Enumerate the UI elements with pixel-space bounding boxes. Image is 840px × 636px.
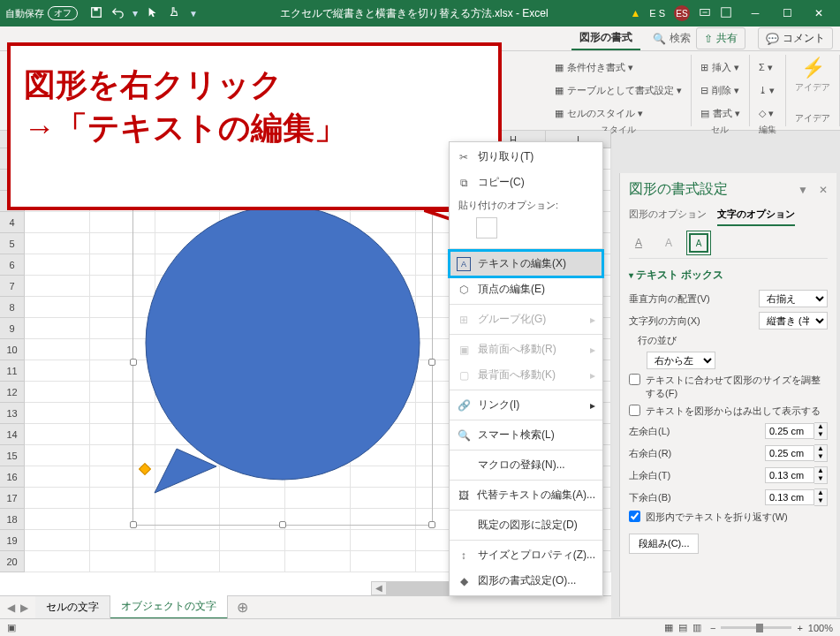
row-header[interactable]: 19 xyxy=(0,530,25,551)
row-header[interactable]: 9 xyxy=(0,318,25,339)
row-header[interactable]: 13 xyxy=(0,403,25,424)
save-icon[interactable] xyxy=(90,6,102,21)
vertical-align-select[interactable]: 右揃え xyxy=(759,290,828,307)
row-header[interactable]: 15 xyxy=(0,445,25,466)
ribbon-tab-shape-format[interactable]: 図形の書式 xyxy=(571,26,640,50)
cell[interactable] xyxy=(25,382,90,403)
textbox-icon[interactable]: A xyxy=(689,233,708,253)
zoom-slider-thumb[interactable] xyxy=(756,624,763,632)
ctx-cut[interactable]: ✂切り取り(T) xyxy=(450,144,602,170)
normal-view-icon[interactable]: ▦ xyxy=(664,622,673,633)
pointer-icon[interactable] xyxy=(147,6,159,21)
ctx-size-props[interactable]: ↕サイズとプロパティ(Z)... xyxy=(450,542,602,568)
cell[interactable] xyxy=(25,551,90,572)
resize-handle[interactable] xyxy=(130,521,137,528)
row-header[interactable]: 11 xyxy=(0,360,25,382)
overflow-checkbox-row[interactable]: テキストを図形からはみ出して表示する xyxy=(629,405,828,418)
ctx-format-shape[interactable]: ◆図形の書式設定(O)... xyxy=(450,568,602,594)
paste-option-button[interactable] xyxy=(476,217,497,238)
text-direction-select[interactable]: 縦書き (半… xyxy=(759,312,828,329)
ctx-link[interactable]: 🔗リンク(I)▸ xyxy=(450,392,602,418)
margin-right-input[interactable] xyxy=(765,445,814,461)
wrap-checkbox-row[interactable]: 図形内でテキストを折り返す(W) xyxy=(629,511,828,524)
warning-icon[interactable]: ▲ xyxy=(630,7,640,19)
format-as-table-button[interactable]: ▦テーブルとして書式設定 ▾ xyxy=(555,80,682,101)
resize-handle[interactable] xyxy=(279,521,286,528)
autofit-checkbox-row[interactable]: テキストに合わせて図形のサイズを調整する(F) xyxy=(629,374,828,400)
scroll-left[interactable]: ◀ xyxy=(372,582,386,594)
sheet-tab-1[interactable]: セルの文字 xyxy=(35,596,110,618)
cell[interactable] xyxy=(155,551,221,572)
page-break-view-icon[interactable]: ▥ xyxy=(692,622,701,633)
comment-button[interactable]: 💬コメント xyxy=(758,27,833,49)
spin-down[interactable]: ▼ xyxy=(814,497,827,505)
cell[interactable] xyxy=(351,551,416,572)
overflow-checkbox[interactable] xyxy=(629,405,640,416)
redo-dropdown-icon[interactable]: ▾ xyxy=(132,7,138,19)
row-header[interactable]: 10 xyxy=(0,339,25,360)
row-header[interactable]: 8 xyxy=(0,297,25,318)
cell[interactable] xyxy=(285,551,351,572)
sheet-nav-next[interactable]: ▶ xyxy=(20,602,28,614)
cell[interactable] xyxy=(25,488,90,509)
pane-dropdown-icon[interactable]: ▼ xyxy=(798,184,808,196)
ctx-set-default[interactable]: 既定の図形に設定(D) xyxy=(450,512,602,538)
ctx-copy[interactable]: ⧉コピー(C) xyxy=(450,170,602,195)
ctx-edit-text[interactable]: Aテキストの編集(X) xyxy=(450,251,602,276)
autosave-toggle[interactable]: 自動保存 オフ xyxy=(5,6,78,20)
row-header[interactable]: 20 xyxy=(0,551,25,572)
text-fill-outline-icon[interactable]: A xyxy=(629,233,648,253)
cell[interactable] xyxy=(25,360,90,382)
undo-icon[interactable] xyxy=(111,6,124,21)
cell[interactable] xyxy=(25,318,90,339)
margin-left-input[interactable] xyxy=(765,423,814,439)
cell[interactable] xyxy=(25,212,90,233)
spin-down[interactable]: ▼ xyxy=(814,453,827,461)
delete-button[interactable]: ⊟削除 ▾ xyxy=(700,80,740,101)
row-header[interactable]: 7 xyxy=(0,276,25,297)
pane-tab-shape-options[interactable]: 図形のオプション xyxy=(629,208,707,226)
search-box[interactable]: 🔍 検索 xyxy=(653,31,691,46)
maximize-button[interactable]: ☐ xyxy=(771,0,803,26)
touch-icon[interactable] xyxy=(168,6,180,21)
cell[interactable] xyxy=(25,254,90,276)
resize-handle[interactable] xyxy=(428,521,435,528)
zoom-out-button[interactable]: − xyxy=(710,623,715,633)
account-badge[interactable]: ES xyxy=(674,5,690,21)
row-header[interactable]: 12 xyxy=(0,382,25,403)
cell[interactable] xyxy=(25,466,90,488)
cell[interactable] xyxy=(25,297,90,318)
ctx-smart-lookup[interactable]: 🔍スマート検索(L) xyxy=(450,422,602,448)
add-sheet-button[interactable]: ⊕ xyxy=(228,599,257,616)
qat-dropdown-icon[interactable]: ▼ xyxy=(189,9,198,19)
close-button[interactable]: ✕ xyxy=(803,0,835,26)
clear-button[interactable]: ◇ ▾ xyxy=(759,102,776,124)
account-text[interactable]: E S xyxy=(649,8,665,19)
row-header[interactable]: 18 xyxy=(0,509,25,530)
format-button[interactable]: ▤書式 ▾ xyxy=(700,102,740,124)
textbox-section-title[interactable]: テキスト ボックス xyxy=(629,268,828,283)
ideas-button[interactable]: ⚡ アイデア xyxy=(795,57,830,94)
zoom-level[interactable]: 100% xyxy=(808,623,833,633)
text-effects-icon[interactable]: A xyxy=(659,233,678,253)
ctx-assign-macro[interactable]: マクロの登録(N)... xyxy=(450,452,602,478)
ctx-alt-text[interactable]: 🖼代替テキストの編集(A)... xyxy=(450,482,602,508)
autofit-checkbox[interactable] xyxy=(629,374,640,385)
cell[interactable] xyxy=(25,339,90,360)
autosum-button[interactable]: Σ ▾ xyxy=(759,57,776,78)
columns-button[interactable]: 段組み(C)... xyxy=(629,534,699,554)
row-header[interactable]: 5 xyxy=(0,233,25,254)
pane-tab-text-options[interactable]: 文字のオプション xyxy=(717,208,795,226)
cell[interactable] xyxy=(90,551,155,572)
cell[interactable] xyxy=(25,509,90,530)
cell[interactable] xyxy=(25,233,90,254)
cell[interactable] xyxy=(25,424,90,445)
spin-down[interactable]: ▼ xyxy=(814,431,827,439)
cell[interactable] xyxy=(25,445,90,466)
shape-selection-frame[interactable] xyxy=(132,199,433,526)
resize-handle[interactable] xyxy=(130,359,137,366)
cell[interactable] xyxy=(25,403,90,424)
wrap-checkbox[interactable] xyxy=(629,511,640,522)
resize-handle[interactable] xyxy=(428,359,435,366)
cond-format-button[interactable]: ▦条件付き書式 ▾ xyxy=(555,57,682,78)
